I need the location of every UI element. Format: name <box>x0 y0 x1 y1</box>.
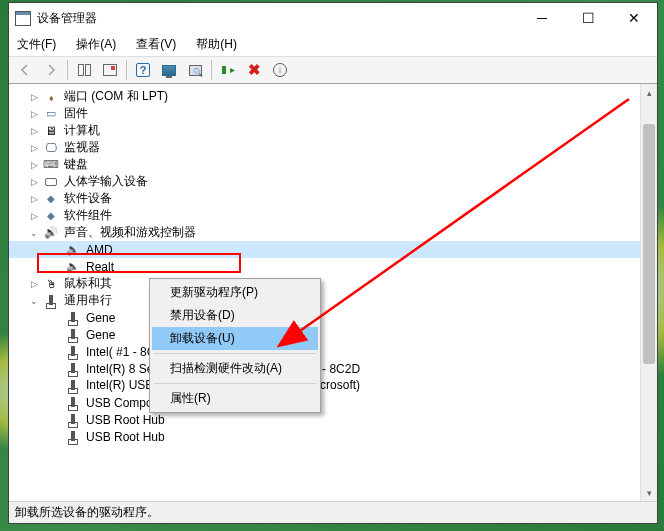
expander-icon[interactable]: ⌄ <box>27 226 41 240</box>
expander-icon[interactable]: ▷ <box>27 90 41 104</box>
scroll-thumb[interactable] <box>643 124 655 364</box>
tree-node-hid[interactable]: ▷人体学输入设备 <box>9 173 657 190</box>
tree-node-usb-generic-2[interactable]: Gene <box>9 326 657 343</box>
context-menu: 更新驱动程序(P) 禁用设备(D) 卸载设备(U) 扫描检测硬件改动(A) 属性… <box>149 278 321 413</box>
computer-icon <box>43 123 59 139</box>
menu-label: 禁用设备(D) <box>170 307 235 324</box>
enable-button[interactable] <box>216 58 240 82</box>
status-text: 卸载所选设备的驱动程序。 <box>15 504 159 521</box>
node-label: AMD <box>86 243 113 257</box>
menu-help[interactable]: 帮助(H) <box>192 34 241 55</box>
tree-node-usb-generic-1[interactable]: Gene <box>9 309 657 326</box>
tree-node-monitors[interactable]: ▷监视器 <box>9 139 657 156</box>
tree-node-software-components[interactable]: ▷软件组件 <box>9 207 657 224</box>
scroll-down-icon[interactable]: ▾ <box>641 484 657 501</box>
expander-icon[interactable]: ⌄ <box>27 294 41 308</box>
titlebar[interactable]: 设备管理器 ─ ☐ ✕ <box>9 3 657 33</box>
tree-node-firmware[interactable]: ▷固件 <box>9 105 657 122</box>
software-icon <box>43 191 59 207</box>
node-label: USB Root Hub <box>86 430 165 444</box>
delete-button[interactable]: ✖ <box>242 58 266 82</box>
expander-icon[interactable]: ▷ <box>27 192 41 206</box>
tree-node-sound[interactable]: ⌄声音、视频和游戏控制器 <box>9 224 657 241</box>
node-label: 通用串行 <box>64 292 112 309</box>
node-label: 声音、视频和游戏控制器 <box>64 224 196 241</box>
node-label: 计算机 <box>64 122 100 139</box>
tree-node-usb-root-2[interactable]: USB Root Hub <box>9 428 657 445</box>
tree-node-keyboards[interactable]: ▷键盘 <box>9 156 657 173</box>
menubar: 文件(F) 操作(A) 查看(V) 帮助(H) <box>9 33 657 56</box>
tree-view[interactable]: ▷端口 (COM 和 LPT) ▷固件 ▷计算机 ▷监视器 ▷键盘 ▷人体学输入… <box>9 84 657 501</box>
menu-label: 扫描检测硬件改动(A) <box>170 360 282 377</box>
node-label: Gene <box>86 311 115 325</box>
expander-icon[interactable]: ▷ <box>27 124 41 138</box>
nav-back-button[interactable] <box>13 58 37 82</box>
node-label: 人体学输入设备 <box>64 173 148 190</box>
properties-button[interactable] <box>98 58 122 82</box>
tree-node-usb-root-1[interactable]: USB Root Hub <box>9 411 657 428</box>
tree-node-realtek-audio[interactable]: Realt <box>9 258 657 275</box>
tree-node-usb-intel-1[interactable]: Intel( #1 - 8C26 <box>9 343 657 360</box>
expander-icon[interactable]: ▷ <box>27 175 41 189</box>
usb-device-icon <box>65 395 81 411</box>
menu-label: 更新驱动程序(P) <box>170 284 258 301</box>
close-button[interactable]: ✕ <box>611 3 657 33</box>
menu-separator <box>154 383 316 384</box>
maximize-button[interactable]: ☐ <box>565 3 611 33</box>
keyboard-icon <box>43 157 59 173</box>
statusbar: 卸载所选设备的驱动程序。 <box>9 501 657 523</box>
tree-node-usb-intel-2[interactable]: Intel(R) 8 Series/C220 Series USB EHCI #… <box>9 360 657 377</box>
menu-view[interactable]: 查看(V) <box>132 34 180 55</box>
tree-node-usb-intel-3[interactable]: Intel(R) USB 3.0 可扩展主机控制器 - 1.0 (Microso… <box>9 377 657 394</box>
usb-device-icon <box>65 412 81 428</box>
usb-device-icon <box>65 361 81 377</box>
speaker-icon <box>65 259 81 275</box>
menu-properties[interactable]: 属性(R) <box>152 387 318 410</box>
expander-icon[interactable]: ▷ <box>27 209 41 223</box>
tree-node-usb-composite[interactable]: USB Composite Device <box>9 394 657 411</box>
minimize-button[interactable]: ─ <box>519 3 565 33</box>
expander-icon[interactable]: ▷ <box>27 277 41 291</box>
port-icon <box>43 89 59 105</box>
update-driver-button[interactable]: ↓ <box>268 58 292 82</box>
menu-uninstall-device[interactable]: 卸载设备(U) <box>152 327 318 350</box>
speaker-icon <box>65 242 81 258</box>
tree-node-software-devices[interactable]: ▷软件设备 <box>9 190 657 207</box>
tree-node-amd-audio[interactable]: AMD <box>9 241 657 258</box>
scroll-up-icon[interactable]: ▴ <box>641 84 657 101</box>
hid-icon <box>43 174 59 190</box>
tree-node-usb[interactable]: ⌄通用串行 <box>9 292 657 309</box>
toolbar: ? ✖ ↓ <box>9 56 657 84</box>
usb-icon <box>43 293 59 309</box>
scan-hardware-button[interactable] <box>183 58 207 82</box>
expander-icon[interactable]: ▷ <box>27 158 41 172</box>
menu-label: 属性(R) <box>170 390 211 407</box>
monitor-icon <box>43 140 59 156</box>
usb-device-icon <box>65 429 81 445</box>
tree-node-ports[interactable]: ▷端口 (COM 和 LPT) <box>9 88 657 105</box>
sound-icon <box>43 225 59 241</box>
vertical-scrollbar[interactable]: ▴ ▾ <box>640 84 657 501</box>
panes-button[interactable] <box>72 58 96 82</box>
tree-node-computers[interactable]: ▷计算机 <box>9 122 657 139</box>
menu-disable-device[interactable]: 禁用设备(D) <box>152 304 318 327</box>
node-label: 端口 (COM 和 LPT) <box>64 88 168 105</box>
node-label: 软件组件 <box>64 207 112 224</box>
nav-forward-button[interactable] <box>39 58 63 82</box>
window-title: 设备管理器 <box>37 10 519 27</box>
monitor-button[interactable] <box>157 58 181 82</box>
menu-update-driver[interactable]: 更新驱动程序(P) <box>152 281 318 304</box>
node-label: 鼠标和其 <box>64 275 112 292</box>
usb-device-icon <box>65 310 81 326</box>
menu-action[interactable]: 操作(A) <box>72 34 120 55</box>
menu-file[interactable]: 文件(F) <box>13 34 60 55</box>
help-button[interactable]: ? <box>131 58 155 82</box>
menu-scan-hardware[interactable]: 扫描检测硬件改动(A) <box>152 357 318 380</box>
node-label: Realt <box>86 260 114 274</box>
menu-separator <box>154 353 316 354</box>
expander-icon[interactable]: ▷ <box>27 107 41 121</box>
device-manager-window: 设备管理器 ─ ☐ ✕ 文件(F) 操作(A) 查看(V) 帮助(H) ? ✖ … <box>8 2 658 524</box>
tree-node-mouse[interactable]: ▷鼠标和其 <box>9 275 657 292</box>
usb-device-icon <box>65 344 81 360</box>
expander-icon[interactable]: ▷ <box>27 141 41 155</box>
